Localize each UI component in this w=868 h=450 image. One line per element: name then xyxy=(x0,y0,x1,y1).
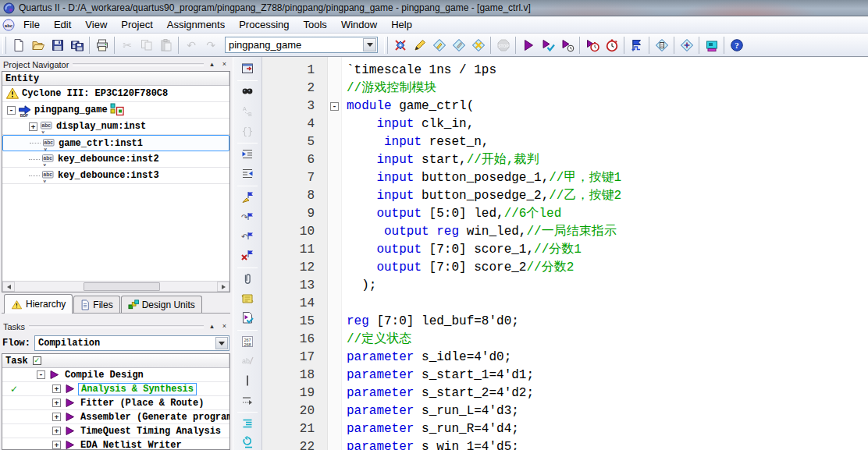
collapse-panel-button[interactable]: ▴ xyxy=(208,60,216,69)
task-row-analysis-synthesis[interactable]: ✓+Analysis & Synthesis xyxy=(2,382,229,396)
bookmark-toggle-button[interactable] xyxy=(237,188,258,207)
close-panel-button[interactable]: × xyxy=(220,322,229,331)
help-button[interactable]: ? xyxy=(727,36,746,55)
netlist-viewer-button[interactable] xyxy=(677,36,696,55)
keyword-token: parameter xyxy=(347,368,414,382)
collapse-panel-button[interactable]: ▴ xyxy=(208,322,216,331)
bookmark-clear-button[interactable] xyxy=(237,246,258,265)
timequest-button[interactable] xyxy=(602,36,621,55)
title-bar[interactable]: Quartus II - D:/A_workarea/quartus90_pro… xyxy=(0,0,868,16)
task-column-header[interactable]: Task ✓ xyxy=(2,354,229,368)
show-guides-button[interactable] xyxy=(237,371,258,390)
split-window-button[interactable] xyxy=(237,59,258,78)
menu-view[interactable]: View xyxy=(78,17,114,32)
tab-design-units[interactable]: Design Units xyxy=(121,296,202,313)
tree-row-key-debounce-inst3[interactable]: abcvkey_debounce:inst3 xyxy=(2,168,229,184)
task-row-fitter-place-route-[interactable]: +Fitter (Place & Route) xyxy=(2,396,229,410)
indent-button[interactable] xyxy=(237,145,258,164)
timing-play-button[interactable] xyxy=(582,36,602,55)
analysis-synthesis-button[interactable] xyxy=(538,36,557,55)
settings-button[interactable] xyxy=(429,36,449,55)
scrollbar-thumb[interactable] xyxy=(84,282,160,291)
collapse-icon[interactable]: - xyxy=(37,370,45,379)
scroll-left-button[interactable] xyxy=(2,282,15,292)
menu-project[interactable]: Project xyxy=(114,17,159,32)
close-panel-button[interactable]: × xyxy=(220,60,229,69)
task-row-assembler-generate-programming[interactable]: +Assembler (Generate programming xyxy=(2,410,229,424)
auto-indent-button[interactable] xyxy=(237,434,258,450)
tree-row-display-num-inst[interactable]: +abcvdisplay_num:inst xyxy=(2,119,229,135)
tree-row-cyclone-iii-ep3c120f780c8[interactable]: Cyclone III: EP3C120F780C8 xyxy=(2,86,229,102)
task-row-compile-design[interactable]: -Compile Design xyxy=(2,368,229,382)
menu-processing[interactable]: Processing xyxy=(232,17,296,32)
tab-files[interactable]: Files xyxy=(73,296,119,313)
print-button[interactable] xyxy=(92,36,112,55)
bookmark-next-button[interactable]: ↷ xyxy=(237,207,258,226)
insert-template-button[interactable] xyxy=(237,289,258,308)
document-system-icon[interactable]: abc xyxy=(2,19,15,31)
remove-assignments-button[interactable] xyxy=(468,36,488,55)
attach-button[interactable] xyxy=(237,270,258,289)
project-combo[interactable]: pingpang_game xyxy=(225,37,378,53)
expand-icon[interactable]: + xyxy=(52,399,61,407)
comment-token: //分数1 xyxy=(534,243,582,257)
flow-select[interactable]: Compilation xyxy=(34,335,229,351)
tasks-title: Tasks xyxy=(3,322,25,331)
analyze-file-button[interactable] xyxy=(237,309,258,328)
task-row-eda-netlist-writer[interactable]: +EDA Netlist Writer xyxy=(2,438,229,449)
floorplan-button[interactable] xyxy=(390,36,410,55)
new-file-button[interactable] xyxy=(9,36,28,55)
collapse-icon[interactable]: - xyxy=(7,106,16,115)
code-editor[interactable]: 1`timescale 1ns / 1ps2//游戏控制模块3-module g… xyxy=(262,57,868,450)
menu-file[interactable]: File xyxy=(16,17,47,32)
expand-icon[interactable]: + xyxy=(52,384,61,393)
save-button[interactable] xyxy=(48,36,67,55)
code-token: s_win_1=4'd5; xyxy=(414,440,518,450)
expand-icon[interactable]: + xyxy=(52,413,61,421)
compilation-report-button[interactable] xyxy=(652,36,671,55)
menu-help[interactable]: Help xyxy=(384,17,419,32)
save-all-button[interactable] xyxy=(67,36,87,55)
navigator-horizontal-scrollbar[interactable] xyxy=(2,281,229,292)
svg-text:v: v xyxy=(44,146,48,151)
expand-icon[interactable]: + xyxy=(29,122,37,131)
tree-row-game-ctrl-inst1[interactable]: abcvgame_ctrl:inst1 xyxy=(2,135,229,151)
menu-tools[interactable]: Tools xyxy=(297,17,334,32)
line-number: 19 xyxy=(262,384,328,402)
project-combo-dropdown-button[interactable] xyxy=(363,38,376,51)
simulator-button[interactable] xyxy=(627,36,646,55)
scroll-right-button[interactable] xyxy=(217,282,229,292)
code-line-9: 9 output [5:0] led,//6个led xyxy=(262,205,868,223)
code-text: `timescale 1ns / 1ps xyxy=(342,62,496,80)
trace-arrow-button[interactable] xyxy=(237,391,258,409)
line-numbers-button[interactable]: 267268 xyxy=(237,332,258,351)
compile-elaborate-button[interactable] xyxy=(557,36,577,55)
menu-edit[interactable]: Edit xyxy=(47,17,78,32)
tree-row-pingpang-game[interactable]: -BDFpingpang_game xyxy=(2,102,229,119)
tab-hierarchy[interactable]: Hierarchy xyxy=(4,294,73,314)
device-settings-button[interactable] xyxy=(449,36,468,55)
fold-collapse-icon[interactable]: - xyxy=(330,102,339,111)
find-button[interactable] xyxy=(237,83,258,101)
assignment-editor-button[interactable] xyxy=(410,36,429,55)
toolbar-separator xyxy=(237,330,258,331)
outdent-button[interactable] xyxy=(237,165,258,183)
open-file-button[interactable] xyxy=(28,36,48,55)
indent-guides-button[interactable] xyxy=(237,414,258,433)
expand-icon[interactable]: + xyxy=(52,441,61,449)
line-number: 5 xyxy=(262,133,328,151)
menu-assignments[interactable]: Assignments xyxy=(160,17,232,32)
expand-icon[interactable]: + xyxy=(52,427,61,435)
undo-icon: ↶ xyxy=(184,38,198,52)
fold-margin xyxy=(328,438,342,450)
flow-dropdown-button[interactable] xyxy=(215,337,228,349)
bookmark-prev-button[interactable]: ↶ xyxy=(237,227,258,246)
tree-row-key-debounce-inst2[interactable]: abcvkey_debounce:inst2 xyxy=(2,151,229,168)
task-row-timequest-timing-analysis[interactable]: +TimeQuest Timing Analysis xyxy=(2,424,229,438)
start-compilation-button[interactable] xyxy=(518,36,538,55)
programmer-button[interactable] xyxy=(702,36,721,55)
scrollbar-track[interactable] xyxy=(15,282,217,292)
fold-margin xyxy=(328,115,342,133)
entity-column-header[interactable]: Entity xyxy=(2,72,229,86)
menu-window[interactable]: Window xyxy=(334,17,384,32)
